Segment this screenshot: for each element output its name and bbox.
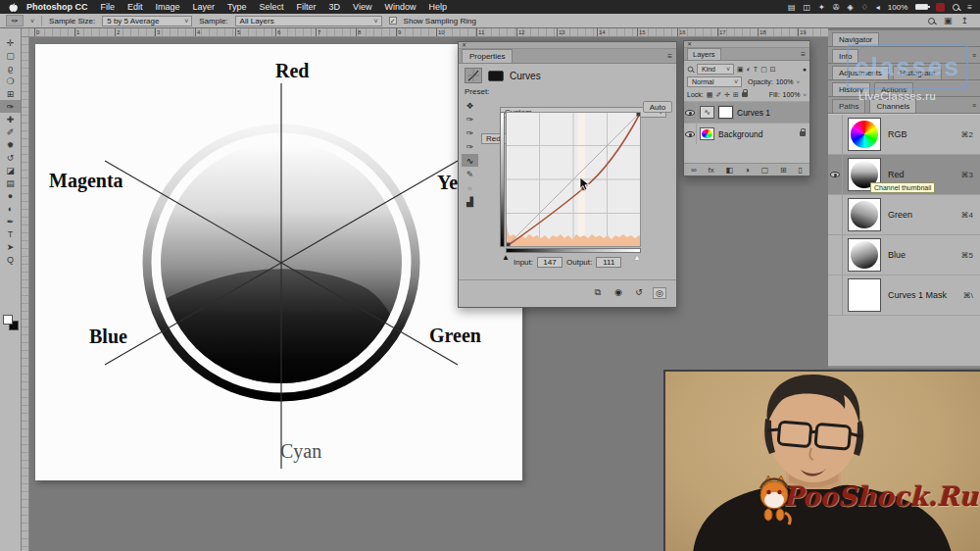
opacity-value[interactable]: 100% [776, 78, 794, 85]
reset-adjustment-icon[interactable]: ↺ [632, 287, 646, 299]
layer-row-background[interactable]: Background [684, 123, 809, 144]
layer-name[interactable]: Curves 1 [737, 108, 809, 118]
menu-item[interactable]: File [101, 2, 116, 12]
marquee-tool-icon[interactable]: ▢ [0, 49, 21, 62]
channel-visibility-icon[interactable] [830, 172, 840, 177]
channel-row[interactable]: RGB ⌘2 [828, 115, 980, 155]
add-mask-icon[interactable]: ◧ [726, 166, 734, 175]
layer-visibility-icon[interactable] [685, 131, 695, 137]
status-icon[interactable]: ▤ [788, 3, 796, 12]
black-point-slider[interactable]: ▲ [502, 254, 510, 262]
channel-row[interactable]: Blue ⌘5 [828, 235, 980, 276]
blend-mode-select[interactable]: Normal [687, 76, 742, 87]
new-group-icon[interactable]: ▢ [761, 166, 769, 175]
close-icon[interactable]: ✕ [687, 41, 692, 48]
gradient-tool-icon[interactable]: ▤ [0, 176, 21, 189]
brush-tool-icon[interactable]: ✐ [0, 125, 21, 138]
new-layer-icon[interactable]: ⊞ [780, 166, 787, 175]
share-icon[interactable]: ↥ [960, 16, 968, 25]
eraser-tool-icon[interactable]: ◪ [0, 164, 21, 176]
layer-style-icon[interactable]: fx [709, 166, 714, 175]
filter-adjustment-layers-icon[interactable]: ◐ [747, 66, 751, 74]
status-icon[interactable]: ◂ [876, 3, 880, 12]
clone-stamp-tool-icon[interactable]: ✹ [0, 138, 21, 151]
layer-mask-thumbnail[interactable] [718, 106, 733, 119]
dodge-tool-icon[interactable]: ◐ [0, 202, 21, 215]
channel-row[interactable]: Curves 1 Mask ⌘\ [828, 276, 980, 316]
auto-button[interactable]: Auto [643, 101, 672, 113]
menu-item[interactable]: Type [227, 2, 247, 12]
smooth-curve-icon[interactable]: ≈ [462, 181, 478, 194]
tool-preset-arrow-icon[interactable]: ˅ [30, 18, 34, 25]
move-tool-icon[interactable]: ✛ [0, 36, 21, 49]
pencil-curve-icon[interactable]: ✎ [462, 168, 478, 180]
link-layers-icon[interactable]: ∞ [691, 166, 697, 175]
healing-brush-tool-icon[interactable]: ✚ [0, 113, 21, 125]
menu-item[interactable]: Window [384, 2, 416, 12]
new-adjustment-layer-icon[interactable]: ◑ [745, 166, 750, 175]
tab-layers[interactable]: Layers [687, 48, 721, 60]
menu-item[interactable]: View [353, 2, 371, 12]
layer-visibility-icon[interactable] [685, 110, 695, 116]
status-icon[interactable]: ♢ [861, 3, 868, 12]
clip-to-layer-icon[interactable]: ⧉ [591, 287, 605, 299]
blur-tool-icon[interactable]: ● [0, 189, 21, 202]
foreground-color-swatch[interactable] [3, 315, 13, 325]
black-point-eyedropper-icon[interactable]: ✑ [462, 113, 478, 125]
workspace-icon[interactable]: ▣ [944, 16, 953, 25]
input-value-field[interactable]: 147 [537, 257, 563, 268]
quick-selection-tool-icon[interactable]: ❍ [0, 75, 21, 87]
filter-shape-layers-icon[interactable]: ▢ [760, 66, 767, 74]
menu-item[interactable]: Filter [297, 2, 317, 12]
pen-tool-icon[interactable]: ✒ [0, 215, 21, 227]
panel-menu-icon[interactable]: ≡ [972, 102, 976, 109]
background-layer-thumbnail[interactable] [700, 127, 714, 140]
sample-select[interactable]: All Layers [235, 16, 382, 26]
view-previous-state-icon[interactable]: ◉ [612, 287, 625, 299]
opacity-arrow-icon[interactable]: ˅ [797, 79, 801, 85]
status-icon[interactable]: ✦ [818, 3, 825, 12]
channel-thumbnail[interactable] [848, 118, 881, 151]
curves-layer-thumbnail[interactable]: ∿ [700, 106, 714, 119]
menu-item[interactable]: Help [428, 2, 447, 12]
lock-transparency-icon[interactable]: ▦ [707, 91, 713, 99]
edit-points-icon[interactable]: ∿ [462, 154, 478, 167]
channel-thumbnail[interactable] [848, 198, 881, 231]
panel-menu-icon[interactable]: ≡ [801, 50, 806, 59]
menu-item[interactable]: Layer [193, 2, 216, 12]
spotlight-icon[interactable] [953, 4, 959, 11]
lasso-tool-icon[interactable]: ϱ [0, 62, 21, 75]
white-point-eyedropper-icon[interactable]: ✑ [462, 140, 478, 153]
close-icon[interactable]: ✕ [462, 42, 466, 49]
layer-name[interactable]: Background [718, 129, 800, 139]
menu-item[interactable]: Image [156, 2, 180, 12]
app-badge-icon[interactable] [936, 3, 945, 12]
zoom-tool-icon[interactable]: Q [0, 253, 21, 266]
document-canvas[interactable]: Red Magenta Yellow Blue Green Cyan [35, 44, 522, 480]
menu-item[interactable]: Photoshop CC [26, 2, 88, 12]
menu-item[interactable]: 3D [329, 2, 341, 12]
fill-arrow-icon[interactable]: ˅ [803, 92, 807, 98]
sample-size-select[interactable]: 5 by 5 Average [102, 16, 192, 26]
notification-center-icon[interactable]: ≡ [967, 3, 972, 12]
toggle-visibility-icon[interactable]: ◎ [653, 287, 666, 299]
channel-row[interactable]: Green ⌘4 [828, 195, 980, 235]
filter-toggle-icon[interactable]: ● [803, 66, 807, 73]
crop-tool-icon[interactable]: ⊞ [0, 87, 21, 100]
show-sampling-ring-checkbox[interactable]: ✓ [389, 17, 397, 25]
filter-search-icon[interactable] [688, 67, 694, 73]
curves-graph[interactable] [506, 112, 641, 247]
lock-artboard-icon[interactable]: ⊞ [733, 91, 739, 99]
lock-position-icon[interactable]: ✛ [724, 91, 730, 99]
apple-logo-icon[interactable] [8, 2, 18, 13]
layer-row-curves[interactable]: ∿ Curves 1 [684, 101, 809, 123]
output-value-field[interactable]: 111 [596, 257, 621, 268]
filter-type-layers-icon[interactable]: T [754, 66, 758, 74]
eyedropper-tool-icon[interactable]: ✑ [0, 100, 21, 113]
channel-thumbnail[interactable] [848, 238, 881, 272]
type-tool-icon[interactable]: T [0, 227, 21, 240]
gray-point-eyedropper-icon[interactable]: ✑ [462, 126, 478, 139]
white-point-slider[interactable]: ▲ [633, 254, 641, 262]
menu-item[interactable]: Edit [127, 2, 143, 12]
history-brush-tool-icon[interactable]: ↺ [0, 151, 21, 164]
